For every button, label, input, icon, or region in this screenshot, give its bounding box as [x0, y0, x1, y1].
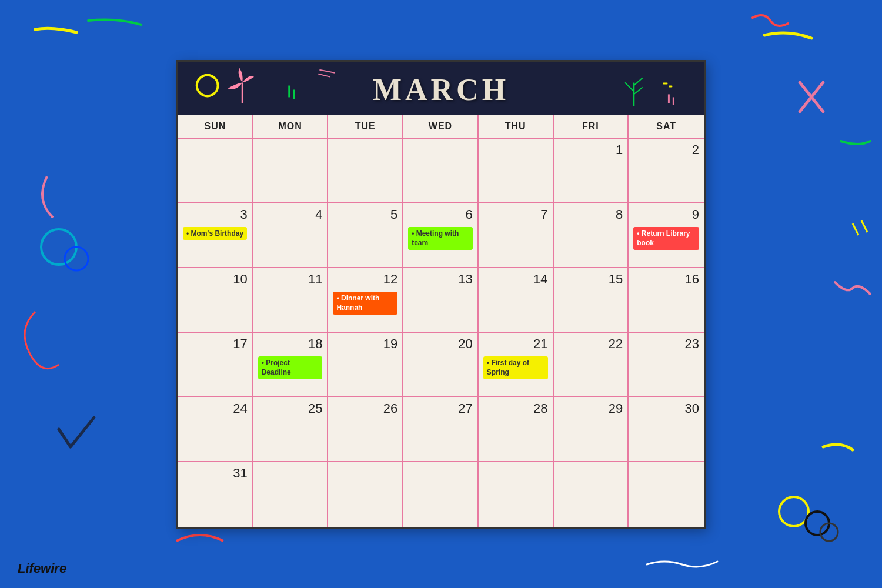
calendar-cell[interactable]: 22	[554, 333, 629, 397]
calendar-cell[interactable]: 18Project Deadline	[253, 333, 329, 397]
calendar-cell[interactable]: 31	[178, 462, 253, 527]
calendar-cell[interactable]: 9Return Library book	[629, 203, 704, 268]
day-number: 25	[258, 401, 323, 416]
calendar-cell[interactable]: 1	[554, 139, 629, 203]
day-number: 23	[633, 336, 699, 352]
svg-rect-17	[669, 85, 672, 87]
calendar-cell[interactable]	[178, 139, 253, 203]
day-name-sat: SAT	[629, 115, 704, 138]
day-number: 12	[333, 272, 397, 287]
day-name-fri: FRI	[554, 115, 629, 138]
calendar-cell[interactable]	[328, 462, 403, 527]
day-name-wed: WED	[403, 115, 479, 138]
day-number: 15	[559, 272, 623, 287]
svg-point-2	[41, 229, 76, 265]
svg-rect-16	[663, 82, 667, 84]
calendar-cell[interactable]	[629, 462, 704, 527]
day-number: 19	[333, 336, 397, 352]
calendar-event[interactable]: Meeting with team	[408, 227, 473, 250]
calendar-cell[interactable]: 25	[253, 397, 329, 462]
day-number: 21	[483, 336, 548, 352]
day-number: 18	[258, 336, 323, 352]
svg-point-6	[820, 523, 838, 541]
calendar-event[interactable]: First day of Spring	[483, 356, 548, 380]
day-name-thu: THU	[479, 115, 554, 138]
day-number: 4	[258, 207, 323, 222]
calendar-cell[interactable]: 23	[629, 333, 704, 397]
day-number: 7	[483, 207, 548, 222]
day-number: 1	[559, 142, 623, 158]
calendar-cell[interactable]: 7	[479, 203, 554, 268]
calendar-cell[interactable]: 26	[328, 397, 403, 462]
days-header: SUNMONTUEWEDTHUFRISAT	[178, 115, 704, 139]
calendar-cell[interactable]: 13	[403, 268, 479, 333]
calendar-cell[interactable]: 17	[178, 333, 253, 397]
day-number: 11	[258, 272, 323, 287]
day-number: 10	[183, 272, 248, 287]
calendar-cell[interactable]: 6Meeting with team	[403, 203, 479, 268]
day-name-mon: MON	[253, 115, 329, 138]
svg-point-9	[197, 75, 218, 96]
day-number: 28	[483, 401, 548, 416]
day-number: 27	[408, 401, 473, 416]
month-title: MARCH	[373, 72, 509, 107]
day-number: 8	[559, 207, 623, 222]
calendar-header: MARCH	[178, 62, 704, 115]
calendar-cell[interactable]: 27	[403, 397, 479, 462]
calendar-cell[interactable]: 21First day of Spring	[479, 333, 554, 397]
day-number: 9	[633, 207, 699, 222]
calendar-cell[interactable]	[403, 139, 479, 203]
calendar-cell[interactable]: 12Dinner with Hannah	[328, 268, 403, 333]
svg-line-8	[861, 220, 867, 232]
calendar-cell[interactable]: 20	[403, 333, 479, 397]
svg-point-5	[806, 512, 829, 535]
svg-line-15	[319, 69, 335, 72]
calendar-event[interactable]: Project Deadline	[258, 356, 323, 380]
day-number: 22	[559, 336, 623, 352]
calendar-cell[interactable]: 24	[178, 397, 253, 462]
calendar-cell[interactable]	[403, 462, 479, 527]
calendar-cell[interactable]: 19	[328, 333, 403, 397]
day-number: 14	[483, 272, 548, 287]
svg-line-0	[800, 82, 823, 112]
calendar-cell[interactable]: 29	[554, 397, 629, 462]
brand-label: Lifewire	[18, 561, 66, 576]
calendar-cell[interactable]: 5	[328, 203, 403, 268]
calendar-event[interactable]: Return Library book	[633, 227, 699, 250]
calendar-cell[interactable]	[328, 139, 403, 203]
day-number: 13	[408, 272, 473, 287]
calendar-cell[interactable]: 4	[253, 203, 329, 268]
calendar-cell[interactable]: 14	[479, 268, 554, 333]
svg-point-3	[65, 247, 88, 270]
calendar-cell[interactable]	[479, 462, 554, 527]
calendar-cell[interactable]: 11	[253, 268, 329, 333]
calendar-cell[interactable]: 8	[554, 203, 629, 268]
svg-line-1	[800, 82, 823, 112]
day-number: 3	[183, 207, 248, 222]
day-number: 6	[408, 207, 473, 222]
day-number: 24	[183, 401, 248, 416]
calendar-cell[interactable]	[479, 139, 554, 203]
day-number: 26	[333, 401, 397, 416]
calendar-cell[interactable]: 30	[629, 397, 704, 462]
day-number: 20	[408, 336, 473, 352]
calendar-cell[interactable]	[253, 139, 329, 203]
calendar-cell[interactable]: 15	[554, 268, 629, 333]
calendar-cell[interactable]: 3Mom's Birthday	[178, 203, 253, 268]
svg-line-7	[853, 223, 858, 235]
day-number: 31	[183, 466, 248, 481]
calendar-grid: 123Mom's Birthday456Meeting with team789…	[178, 139, 704, 527]
svg-point-4	[779, 497, 808, 526]
calendar-cell[interactable]: 16	[629, 268, 704, 333]
calendar-event[interactable]: Dinner with Hannah	[333, 292, 397, 315]
day-name-tue: TUE	[328, 115, 403, 138]
day-number: 5	[333, 207, 397, 222]
calendar-event[interactable]: Mom's Birthday	[183, 227, 247, 240]
calendar-cell[interactable]: 28	[479, 397, 554, 462]
day-number: 29	[559, 401, 623, 416]
calendar-cell[interactable]	[253, 462, 329, 527]
calendar-cell[interactable]	[554, 462, 629, 527]
svg-line-14	[318, 74, 330, 76]
calendar-cell[interactable]: 2	[629, 139, 704, 203]
calendar-cell[interactable]: 10	[178, 268, 253, 333]
